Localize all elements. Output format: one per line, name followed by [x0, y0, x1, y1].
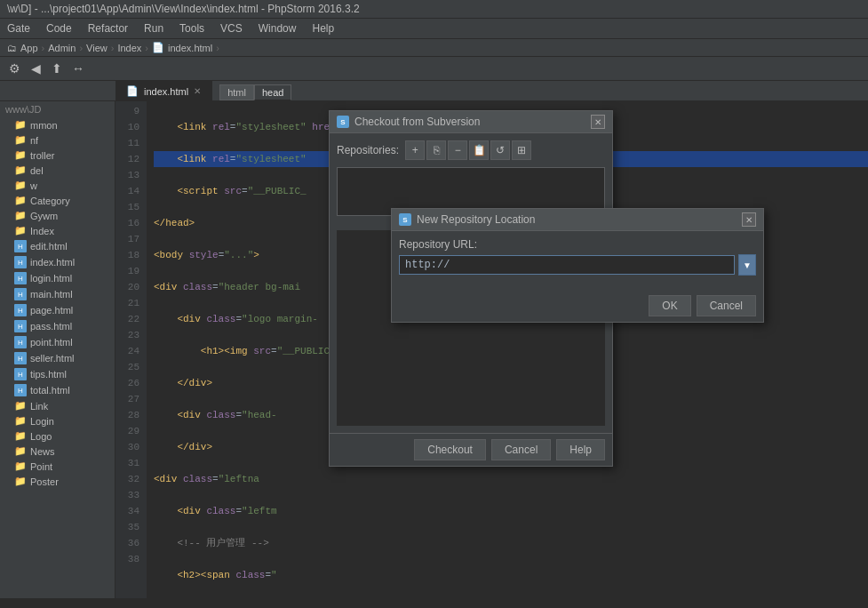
main-layout: www\JD 📁mmon 📁nf 📁troller 📁del 📁w 📁Categ… — [0, 101, 868, 598]
sidebar-item-poster[interactable]: 📁Poster — [0, 474, 115, 489]
repos-toolbar: + ⎘ − 📋 ↺ ⊞ — [405, 140, 531, 160]
bc-app[interactable]: App — [20, 43, 38, 53]
sidebar-item-w[interactable]: 📁w — [0, 178, 115, 193]
help-button[interactable]: Help — [556, 439, 605, 460]
sidebar-item-pass-html[interactable]: Hpass.html — [0, 318, 115, 334]
sidebar-item-seller-html[interactable]: Hseller.html — [0, 350, 115, 366]
sidebar: www\JD 📁mmon 📁nf 📁troller 📁del 📁w 📁Categ… — [0, 101, 115, 598]
sidebar-item-nf[interactable]: 📁nf — [0, 132, 115, 148]
checkout-dialog-footer: Checkout Cancel Help — [330, 433, 612, 466]
code-tag-html[interactable]: html — [219, 84, 254, 100]
menu-code[interactable]: Code — [39, 20, 79, 36]
sidebar-item-point[interactable]: 📁Point — [0, 459, 115, 474]
html-file-icon-8: H — [14, 352, 27, 364]
new-repo-dialog-title-text: New Repository Location — [417, 213, 535, 226]
sidebar-item-link[interactable]: 📁Link — [0, 398, 115, 413]
title-bar: \w\D] - ...\project01\App\Admin\View\Ind… — [0, 0, 868, 19]
sidebar-item-edit-html[interactable]: Hedit.html — [0, 238, 115, 254]
extra-icon[interactable]: ↔ — [69, 60, 87, 77]
bc-admin[interactable]: Admin — [48, 43, 76, 53]
code-editor: 9 10 11 12 13 14 15 16 17 18 19 20 21 22… — [115, 101, 868, 598]
repos-settings-button[interactable]: ⊞ — [512, 140, 531, 160]
sidebar-item-gywm[interactable]: 📁Gywm — [0, 208, 115, 223]
checkout-cancel-button[interactable]: Cancel — [491, 439, 551, 460]
sidebar-item-point-html[interactable]: Hpoint.html — [0, 334, 115, 350]
html-file-icon-2: H — [14, 256, 27, 268]
html-file-icon-6: H — [14, 320, 27, 332]
sidebar-item-del[interactable]: 📁del — [0, 163, 115, 178]
sidebar-item-login-html[interactable]: Hlogin.html — [0, 270, 115, 286]
repos-add-button[interactable]: + — [405, 140, 425, 160]
new-repo-dialog-title: S New Repository Location ✕ — [392, 209, 763, 231]
cancel-button[interactable]: Cancel — [697, 295, 756, 316]
new-repo-dialog-body: Repository URL: ▼ — [392, 231, 763, 290]
repos-copy-button[interactable]: ⎘ — [426, 140, 446, 160]
bc-filename[interactable]: index.html — [168, 43, 212, 53]
sidebar-item-troller[interactable]: 📁troller — [0, 148, 115, 163]
repos-refresh-button[interactable]: ↺ — [490, 140, 510, 160]
html-file-icon-3: H — [14, 272, 27, 284]
html-file-icon-5: H — [14, 304, 27, 316]
bc-icon: 🗂 — [7, 43, 17, 53]
bc-view[interactable]: View — [86, 43, 108, 53]
settings-icon[interactable]: ⚙ — [5, 60, 23, 77]
html-file-icon: H — [14, 240, 27, 252]
repos-file-button[interactable]: 📋 — [469, 140, 489, 160]
sidebar-item-main-html[interactable]: Hmain.html — [0, 286, 115, 302]
sidebar-item-index-folder[interactable]: 📁Index — [0, 223, 115, 238]
menu-tools[interactable]: Tools — [172, 20, 211, 36]
menu-bar: Gate Code Refactor Run Tools VCS Window … — [0, 19, 868, 39]
dialog-overlay: S Checkout from Subversion ✕ Repositorie… — [115, 101, 868, 598]
code-tag-head[interactable]: head — [254, 84, 291, 100]
html-file-icon-9: H — [14, 368, 27, 380]
sidebar-item-total-html[interactable]: Htotal.html — [0, 382, 115, 398]
breadcrumb: 🗂 App › Admin › View › Index › 📄 index.h… — [0, 39, 868, 57]
new-repo-dialog-close-button[interactable]: ✕ — [742, 212, 756, 227]
sidebar-item-login-folder[interactable]: 📁Login — [0, 413, 115, 428]
new-repo-dialog-footer: OK Cancel — [392, 290, 763, 322]
menu-vcs[interactable]: VCS — [213, 20, 250, 36]
repositories-label: Repositories: + ⎘ − 📋 ↺ ⊞ — [337, 140, 605, 164]
menu-help[interactable]: Help — [305, 20, 341, 36]
repos-remove-button[interactable]: − — [448, 140, 467, 160]
checkout-dialog-title-text: Checkout from Subversion — [354, 116, 480, 128]
sidebar-item-category[interactable]: 📁Category — [0, 193, 115, 208]
repo-url-dropdown[interactable]: ▼ — [738, 254, 756, 276]
ok-button[interactable]: OK — [649, 295, 690, 316]
bc-index[interactable]: Index — [117, 43, 141, 53]
tab-icon: 📄 — [126, 85, 139, 97]
sidebar-item-logo[interactable]: 📁Logo — [0, 428, 115, 444]
sidebar-item-tips-html[interactable]: Htips.html — [0, 366, 115, 382]
sidebar-item-news[interactable]: 📁News — [0, 444, 115, 459]
svn-icon-2: S — [399, 213, 411, 226]
title-text: \w\D] - ...\project01\App\Admin\View\Ind… — [7, 3, 360, 15]
tab-label: index.html — [144, 86, 188, 97]
menu-gate[interactable]: Gate — [0, 20, 37, 36]
checkout-dialog-close-button[interactable]: ✕ — [591, 115, 605, 129]
html-file-icon-10: H — [14, 384, 27, 396]
html-file-icon-7: H — [14, 336, 27, 348]
forward-icon[interactable]: ⬆ — [48, 60, 66, 77]
repo-url-row: ▼ — [399, 254, 756, 276]
sidebar-item-mmon[interactable]: 📁mmon — [0, 117, 115, 132]
sidebar-item-index-html[interactable]: Hindex.html — [0, 254, 115, 270]
tab-index-html[interactable]: 📄 index.html ✕ — [115, 81, 212, 100]
repo-url-input[interactable] — [399, 255, 735, 275]
menu-window[interactable]: Window — [251, 20, 304, 36]
sidebar-path: www\JD — [0, 101, 115, 117]
bc-file: 📄 — [152, 42, 164, 53]
html-file-icon-4: H — [14, 288, 27, 300]
sidebar-item-page-html[interactable]: Hpage.html — [0, 302, 115, 318]
menu-refactor[interactable]: Refactor — [81, 20, 135, 36]
repo-url-label: Repository URL: — [399, 238, 756, 251]
tab-close-button[interactable]: ✕ — [194, 86, 201, 96]
checkout-button[interactable]: Checkout — [414, 439, 486, 460]
back-icon[interactable]: ◀ — [27, 60, 44, 77]
checkout-dialog-title: S Checkout from Subversion ✕ — [330, 111, 612, 133]
new-repo-dialog: S New Repository Location ✕ Repository U… — [391, 208, 764, 323]
menu-run[interactable]: Run — [137, 20, 171, 36]
toolbar: ⚙ ◀ ⬆ ↔ — [0, 57, 868, 81]
svn-icon: S — [337, 116, 349, 128]
